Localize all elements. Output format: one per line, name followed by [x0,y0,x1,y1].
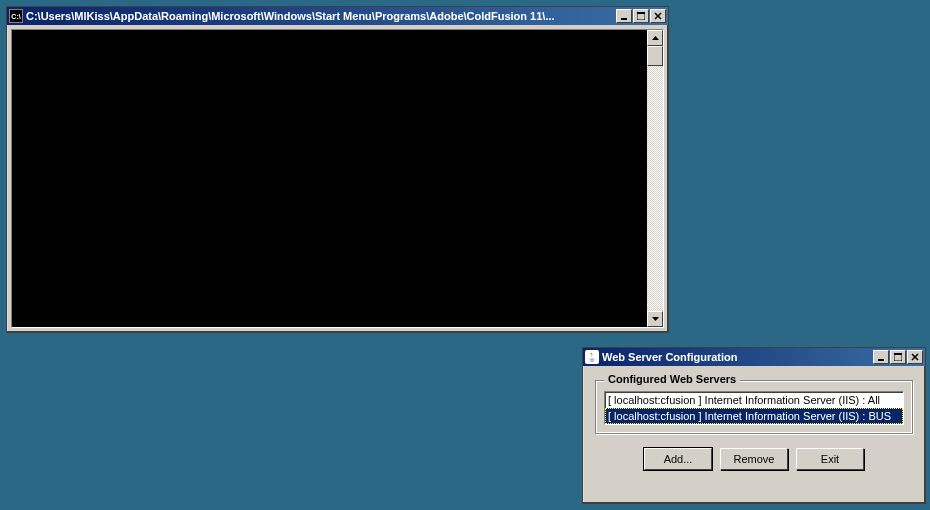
close-button[interactable] [907,350,923,364]
add-button[interactable]: Add... [644,448,712,470]
server-list[interactable]: [ localhost:cfusion ] Internet Informati… [604,391,904,425]
cmd-icon: C:\ [9,9,23,23]
scroll-track[interactable] [647,46,663,311]
svg-marker-6 [652,317,659,321]
console-titlebar[interactable]: C:\ C:\Users\MlKiss\AppData\Roaming\Micr… [7,7,668,25]
scroll-up-button[interactable] [647,30,663,46]
scroll-down-button[interactable] [647,311,663,327]
config-body: Configured Web Servers [ localhost:cfusi… [587,370,921,499]
remove-button[interactable]: Remove [720,448,788,470]
console-window-controls [615,9,666,23]
minimize-button[interactable] [873,350,889,364]
console-output[interactable] [12,30,647,327]
svg-rect-9 [894,353,902,355]
close-button[interactable] [650,9,666,23]
java-icon [585,350,599,364]
maximize-button[interactable] [890,350,906,364]
web-server-config-window: Web Server Configuration Configured Web … [582,347,926,504]
configured-servers-group: Configured Web Servers [ localhost:cfusi… [595,380,913,434]
console-window: C:\ C:\Users\MlKiss\AppData\Roaming\Micr… [6,6,669,333]
config-title: Web Server Configuration [602,351,872,363]
list-item[interactable]: [ localhost:cfusion ] Internet Informati… [605,392,903,408]
config-titlebar[interactable]: Web Server Configuration [583,348,925,366]
list-item[interactable]: [ localhost:cfusion ] Internet Informati… [605,408,903,424]
svg-rect-2 [637,12,645,14]
scroll-thumb[interactable] [647,46,663,66]
maximize-button[interactable] [633,9,649,23]
console-scrollbar [647,30,663,327]
svg-rect-0 [621,18,627,20]
console-body [11,29,664,328]
config-window-controls [872,350,923,364]
svg-rect-7 [878,359,884,361]
group-label: Configured Web Servers [604,373,740,385]
button-row: Add... Remove Exit [595,448,913,470]
console-title: C:\Users\MlKiss\AppData\Roaming\Microsof… [26,10,615,22]
exit-button[interactable]: Exit [796,448,864,470]
minimize-button[interactable] [616,9,632,23]
svg-marker-5 [652,36,659,40]
